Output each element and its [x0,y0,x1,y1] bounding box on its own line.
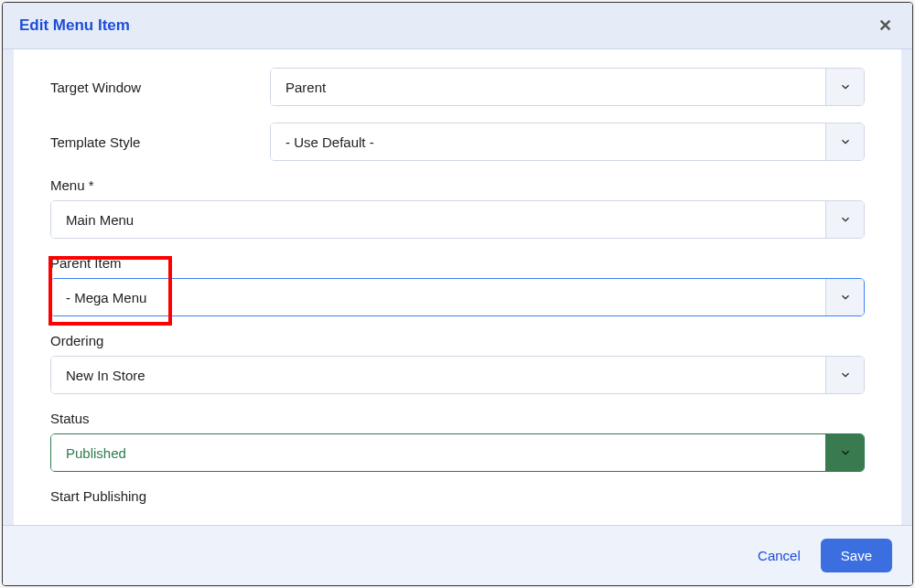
edit-menu-item-modal: Edit Menu Item ✕ Target Window Parent Te… [2,2,913,586]
field-menu: Menu * Main Menu [50,177,865,239]
field-ordering: Ordering New In Store [50,333,865,394]
label-target-window: Target Window [50,80,270,95]
chevron-down-icon[interactable] [825,357,864,393]
field-status: Status Published [50,411,865,472]
select-template-style[interactable]: - Use Default - [270,123,865,161]
field-parent-item: Parent Item - Mega Menu [50,255,865,316]
chevron-down-icon[interactable] [825,69,864,105]
field-template-style: Template Style - Use Default - [50,123,865,161]
label-ordering: Ordering [50,333,865,348]
select-value-menu: Main Menu [51,201,825,238]
select-menu[interactable]: Main Menu [50,200,865,239]
select-value-status: Published [51,434,825,471]
chevron-down-icon[interactable] [825,123,864,160]
select-value-ordering: New In Store [51,357,825,393]
cancel-button[interactable]: Cancel [758,548,801,563]
chevron-down-icon[interactable] [825,201,864,238]
label-start-publishing: Start Publishing [50,488,865,504]
select-value-target-window: Parent [271,69,825,105]
select-status[interactable]: Published [50,433,865,472]
chevron-down-icon[interactable] [825,434,864,471]
modal-body: Target Window Parent Template Style - Us… [3,49,912,525]
label-parent-item: Parent Item [50,255,865,271]
modal-footer: Cancel Save [3,525,912,585]
label-template-style: Template Style [50,134,270,150]
chevron-down-icon[interactable] [825,279,864,315]
select-value-parent-item: - Mega Menu [51,279,825,315]
form-panel: Target Window Parent Template Style - Us… [14,49,901,525]
label-menu: Menu * [50,177,865,193]
field-target-window: Target Window Parent [50,68,865,106]
select-parent-item[interactable]: - Mega Menu [50,278,865,316]
modal-header: Edit Menu Item ✕ [3,3,912,49]
close-icon[interactable]: ✕ [875,16,896,36]
label-status: Status [50,411,865,426]
save-button[interactable]: Save [821,539,892,572]
select-value-template-style: - Use Default - [271,123,825,160]
select-ordering[interactable]: New In Store [50,356,865,394]
select-target-window[interactable]: Parent [270,68,865,106]
modal-title: Edit Menu Item [19,16,130,35]
